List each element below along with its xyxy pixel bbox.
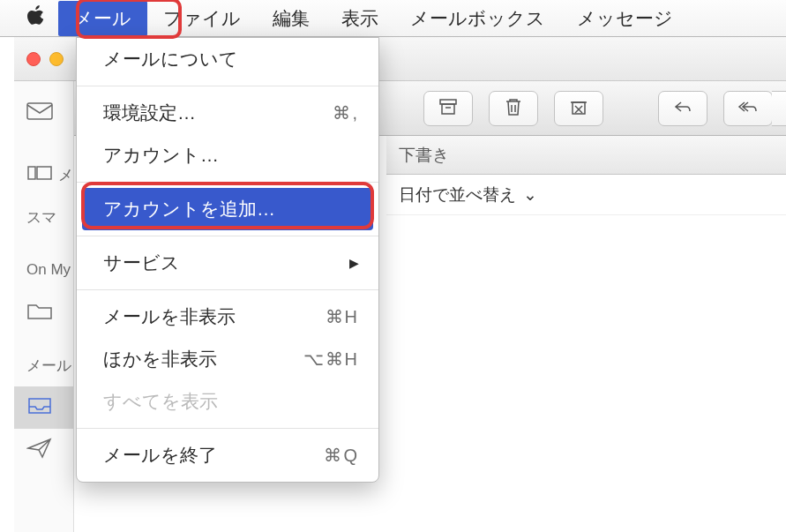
- sidebar-section-onmy[interactable]: On My: [14, 249, 73, 291]
- archive-icon: [438, 96, 459, 121]
- menu-hide-others[interactable]: ほかを非表示⌥⌘H: [77, 338, 378, 380]
- close-window-button[interactable]: [26, 52, 41, 66]
- folder-icon: [26, 300, 53, 326]
- junk-icon: [568, 96, 589, 121]
- menu-preferences[interactable]: 環境設定…⌘,: [77, 92, 378, 134]
- menu-services[interactable]: サービス▶: [77, 242, 378, 284]
- compose-button[interactable]: [14, 92, 73, 134]
- submenu-arrow-icon: ▶: [349, 256, 359, 270]
- menu-accounts[interactable]: アカウント…: [77, 134, 378, 176]
- list-header-label: 下書き: [399, 144, 449, 167]
- menu-item-edit[interactable]: 編集: [257, 1, 326, 36]
- trash-icon: [503, 96, 524, 121]
- menu-bar: メール ファイル 編集 表示 メールボックス メッセージ: [0, 0, 786, 37]
- menu-separator: [77, 86, 378, 86]
- paperplane-icon: [26, 438, 53, 463]
- apple-menu-icon[interactable]: [26, 4, 46, 32]
- menu-separator: [77, 289, 378, 290]
- sidebar-folder[interactable]: [14, 291, 73, 333]
- list-header: 下書き: [386, 136, 786, 175]
- svg-rect-6: [573, 102, 585, 114]
- mail-menu-dropdown: メールについて 環境設定…⌘, アカウント… アカウントを追加… サービス▶ メ…: [76, 37, 379, 483]
- sidebar-inbox[interactable]: [14, 386, 73, 429]
- sidebar-icon: [26, 162, 53, 188]
- sidebar-label: スマ: [26, 207, 56, 228]
- chevron-down-icon: ⌄: [523, 184, 537, 205]
- svg-rect-0: [27, 103, 52, 119]
- sidebar-section-mailacct[interactable]: メール: [14, 344, 73, 386]
- menu-item-mail[interactable]: メール: [58, 1, 147, 36]
- menu-separator: [77, 428, 378, 429]
- sort-label: 日付で並べ替え: [399, 184, 516, 206]
- window-controls: [26, 52, 64, 66]
- sidebar-section-smart[interactable]: スマ: [14, 196, 73, 238]
- svg-rect-1: [28, 167, 35, 179]
- sort-bar[interactable]: 日付で並べ替え ⌄: [386, 175, 786, 215]
- sidebar-label: On My: [26, 261, 71, 279]
- svg-rect-4: [442, 104, 454, 114]
- reply-all-icon: [737, 96, 759, 121]
- sidebar-section-mail[interactable]: メ: [14, 154, 73, 196]
- menu-item-message[interactable]: メッセージ: [561, 1, 689, 36]
- menu-item-view[interactable]: 表示: [326, 1, 394, 36]
- menu-separator: [77, 236, 378, 236]
- menu-show-all: すべてを表示: [77, 380, 378, 423]
- forward-button[interactable]: [772, 91, 786, 126]
- menu-add-account[interactable]: アカウントを追加…: [82, 188, 373, 230]
- sidebar-sent[interactable]: [14, 429, 73, 471]
- menu-item-file[interactable]: ファイル: [147, 1, 257, 36]
- reply-button[interactable]: [658, 91, 707, 126]
- envelope-icon: [26, 101, 53, 126]
- minimize-window-button[interactable]: [49, 52, 64, 66]
- sidebar: メ スマ On My メール: [14, 81, 74, 532]
- sidebar-label: メール: [26, 356, 71, 376]
- menu-item-mailbox[interactable]: メールボックス: [394, 1, 561, 36]
- menu-separator: [77, 182, 378, 183]
- menu-quit-mail[interactable]: メールを終了⌘Q: [77, 434, 378, 476]
- reply-icon: [672, 96, 693, 121]
- inbox-icon: [26, 395, 53, 421]
- junk-button[interactable]: [554, 91, 603, 126]
- reply-all-button[interactable]: [723, 91, 773, 126]
- trash-button[interactable]: [489, 91, 538, 126]
- svg-rect-2: [37, 167, 51, 179]
- sidebar-label: メ: [58, 165, 73, 185]
- menu-hide-mail[interactable]: メールを非表示⌘H: [77, 296, 378, 338]
- archive-button[interactable]: [423, 91, 473, 126]
- menu-about-mail[interactable]: メールについて: [77, 38, 378, 80]
